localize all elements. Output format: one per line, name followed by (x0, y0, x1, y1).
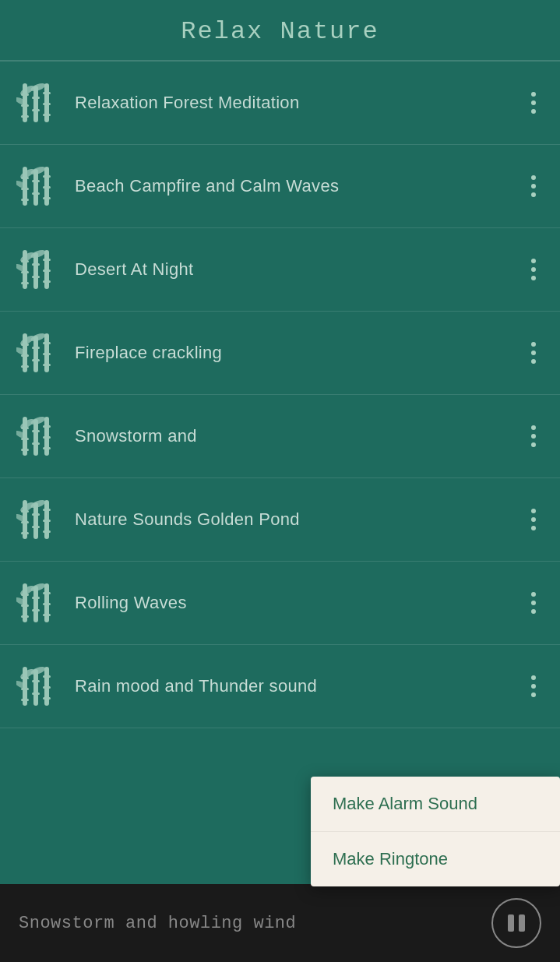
list-item[interactable]: Relaxation Forest Meditation (0, 62, 560, 145)
app-title: Relax Nature (181, 17, 379, 46)
track-menu-button[interactable] (519, 83, 548, 122)
svg-rect-107 (43, 686, 51, 689)
player-track-title: Snowstorm and howling wind (19, 914, 491, 933)
menu-dot (531, 100, 536, 105)
menu-dot (531, 351, 536, 355)
svg-rect-3 (21, 115, 29, 118)
svg-rect-6 (32, 109, 40, 111)
list-item[interactable]: Rain mood and Thunder sound (0, 645, 560, 728)
list-item[interactable]: Fireplace crackling (0, 312, 560, 395)
svg-rect-106 (43, 675, 51, 678)
pause-button[interactable] (491, 898, 541, 948)
svg-rect-80 (43, 530, 51, 533)
list-item[interactable]: Desert At Night (0, 228, 560, 312)
bamboo-icon (12, 326, 67, 380)
track-menu-button[interactable] (519, 250, 548, 289)
pause-bar-left (508, 914, 514, 932)
svg-rect-34 (32, 276, 40, 278)
svg-rect-36 (43, 259, 51, 261)
menu-dot (531, 517, 536, 522)
svg-rect-59 (21, 449, 29, 451)
list-item[interactable]: Beach Campfire and Calm Waves (0, 145, 560, 228)
svg-rect-73 (21, 532, 29, 534)
menu-dot (531, 434, 536, 439)
svg-rect-5 (32, 97, 40, 99)
svg-rect-31 (21, 282, 29, 284)
menu-dot (531, 425, 536, 430)
list-item[interactable]: Nature Sounds Golden Pond (0, 478, 560, 562)
track-menu-button[interactable] (519, 417, 548, 456)
bamboo-icon (12, 492, 67, 547)
svg-rect-51 (43, 353, 51, 355)
svg-rect-38 (43, 280, 51, 283)
track-title: Beach Campfire and Calm Waves (67, 176, 519, 196)
svg-rect-65 (43, 436, 51, 439)
pause-icon (508, 914, 525, 932)
player-bar: Snowstorm and howling wind (0, 884, 560, 962)
track-title: Desert At Night (67, 259, 519, 280)
svg-rect-87 (21, 615, 29, 618)
track-menu-button[interactable] (519, 583, 548, 622)
track-menu-button[interactable] (519, 667, 548, 706)
svg-rect-20 (32, 192, 40, 195)
svg-rect-78 (43, 509, 51, 511)
menu-dot (531, 684, 536, 689)
svg-rect-76 (32, 526, 40, 528)
svg-rect-45 (21, 365, 29, 368)
menu-dot (531, 601, 536, 605)
track-menu-button[interactable] (519, 333, 548, 372)
track-title: Rain mood and Thunder sound (67, 676, 519, 696)
menu-dot (531, 92, 536, 97)
bamboo-icon (12, 242, 67, 297)
track-title: Rolling Waves (67, 593, 519, 613)
list-item[interactable]: Snowstorm and Make Alarm Sound Make Ring… (0, 395, 560, 478)
menu-dot (531, 109, 536, 114)
svg-rect-103 (32, 680, 40, 682)
svg-rect-8 (43, 92, 51, 94)
menu-dot (531, 592, 536, 597)
menu-dot (531, 359, 536, 364)
svg-rect-37 (43, 270, 51, 272)
menu-dot (531, 267, 536, 272)
app-header: Relax Nature (0, 0, 560, 62)
menu-dot (531, 192, 536, 197)
track-title: Snowstorm and (67, 426, 519, 446)
menu-dot (531, 526, 536, 530)
menu-dot (531, 184, 536, 189)
svg-rect-61 (32, 430, 40, 432)
svg-rect-50 (43, 342, 51, 344)
menu-dot (531, 509, 536, 513)
make-ringtone-option[interactable]: Make Ringtone (311, 832, 560, 886)
pause-bar-right (519, 914, 525, 932)
svg-rect-93 (43, 603, 51, 605)
svg-rect-101 (21, 699, 29, 701)
svg-rect-108 (43, 697, 51, 699)
svg-rect-17 (21, 199, 29, 201)
svg-rect-79 (43, 520, 51, 522)
svg-rect-23 (43, 186, 51, 189)
svg-rect-94 (43, 614, 51, 616)
list-item[interactable]: Rolling Waves (0, 562, 560, 645)
svg-rect-19 (32, 180, 40, 182)
svg-rect-64 (43, 425, 51, 428)
track-menu-button[interactable] (519, 500, 548, 539)
menu-dot (531, 609, 536, 614)
svg-rect-9 (43, 103, 51, 105)
menu-dot (531, 342, 536, 347)
menu-dot (531, 675, 536, 680)
svg-rect-24 (43, 197, 51, 199)
svg-rect-22 (43, 175, 51, 178)
menu-dot (531, 276, 536, 280)
make-alarm-sound-option[interactable]: Make Alarm Sound (311, 777, 560, 832)
track-title: Relaxation Forest Meditation (67, 93, 519, 113)
svg-rect-10 (43, 114, 51, 116)
context-menu: Make Alarm Sound Make Ringtone (311, 777, 560, 886)
track-menu-button[interactable] (519, 167, 548, 206)
bamboo-icon (12, 159, 67, 213)
bamboo-icon (12, 659, 67, 714)
track-list: Relaxation Forest Meditation (0, 62, 560, 728)
svg-rect-66 (43, 447, 51, 449)
menu-dot (531, 442, 536, 447)
svg-rect-33 (32, 263, 40, 266)
menu-dot (531, 259, 536, 263)
